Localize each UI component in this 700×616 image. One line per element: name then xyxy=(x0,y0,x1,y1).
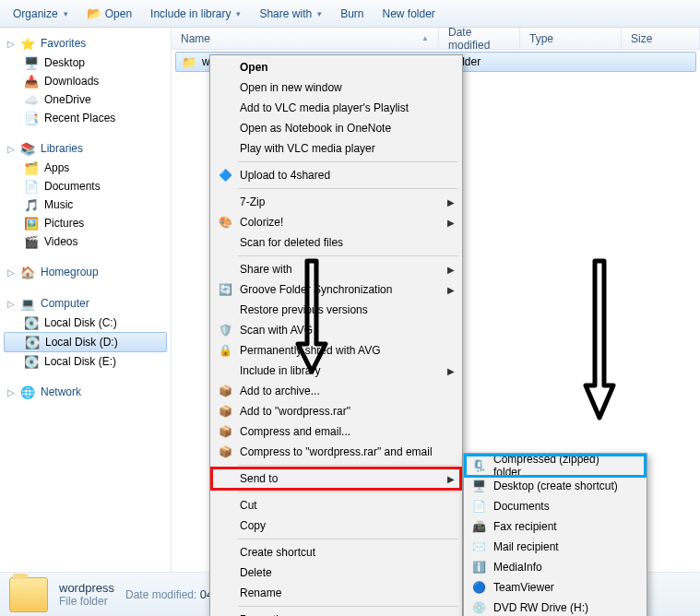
col-date-modified[interactable]: Date modified xyxy=(439,28,520,49)
videos-icon: 🎬 xyxy=(24,234,39,249)
include-in-library-button[interactable]: Include in library▾ xyxy=(143,6,248,22)
mi-send-to[interactable]: Send to▶ xyxy=(212,468,460,489)
mi-rename[interactable]: Rename xyxy=(212,583,460,603)
sidebar-item-music[interactable]: 🎵Music xyxy=(0,195,171,214)
fax-icon: 📠 xyxy=(471,519,486,534)
sidebar-item-desktop[interactable]: 🖥️Desktop xyxy=(0,53,171,72)
col-size[interactable]: Size xyxy=(622,28,700,49)
favorites-group[interactable]: ▷⭐Favorites xyxy=(0,31,171,53)
menu-separator xyxy=(238,161,458,162)
details-text: wordpress File folder xyxy=(59,581,114,608)
submenu-arrow-icon: ▶ xyxy=(447,366,455,376)
mi-send-teamviewer[interactable]: 🔵TeamViewer xyxy=(466,577,645,598)
menu-separator xyxy=(238,465,458,466)
sidebar-item-downloads[interactable]: 📥Downloads xyxy=(0,72,171,90)
folder-thumbnail-icon xyxy=(9,577,48,612)
sidebar-item-apps[interactable]: 🗂️Apps xyxy=(0,159,171,177)
mi-label: Add to VLC media player's Playlist xyxy=(240,101,409,114)
mi-onenote[interactable]: Open as Notebook in OneNote xyxy=(212,118,460,138)
mi-share-with[interactable]: Share with▶ xyxy=(212,259,460,279)
mi-upload-4shared[interactable]: 🔷Upload to 4shared xyxy=(212,165,460,185)
mi-open[interactable]: Open xyxy=(212,57,460,77)
mi-properties[interactable]: Properties xyxy=(212,610,460,616)
btn-label: Include in library xyxy=(150,7,231,20)
mi-copy[interactable]: Copy xyxy=(212,515,460,536)
burn-button[interactable]: Burn xyxy=(333,6,371,22)
mi-send-dvd[interactable]: 💿DVD RW Drive (H:) xyxy=(466,598,645,616)
mi-label: Documents xyxy=(493,500,550,513)
computer-group[interactable]: ▷💻Computer xyxy=(0,291,171,314)
network-group[interactable]: ▷🌐Network xyxy=(0,380,171,402)
mi-label: Scan for deleted files xyxy=(240,236,343,249)
mi-scan-deleted[interactable]: Scan for deleted files xyxy=(212,232,460,253)
homegroup-group[interactable]: ▷🏠Homegroup xyxy=(0,260,171,282)
context-menu: Open Open in new window Add to VLC media… xyxy=(209,54,463,616)
collapse-icon: ▷ xyxy=(7,387,15,397)
mi-add-rar[interactable]: 📦Add to "wordpress.rar" xyxy=(212,401,460,421)
col-type[interactable]: Type xyxy=(520,28,622,49)
dropdown-icon: ▾ xyxy=(317,9,322,18)
col-name[interactable]: Name▲ xyxy=(172,28,439,49)
mi-label: Cut xyxy=(240,499,257,512)
mi-add-archive[interactable]: 📦Add to archive... xyxy=(212,381,460,401)
mi-vlc-playlist[interactable]: Add to VLC media player's Playlist xyxy=(212,98,460,118)
mi-shred-avg[interactable]: 🔒Permanently shred with AVG xyxy=(212,340,460,361)
mi-label: DVD RW Drive (H:) xyxy=(493,601,588,614)
mi-groove[interactable]: 🔄Groove Folder Synchronization▶ xyxy=(212,279,460,300)
sidebar-item-recent[interactable]: 📑Recent Places xyxy=(0,109,171,127)
group-label: Homegroup xyxy=(41,266,99,278)
mi-include-library[interactable]: Include in library▶ xyxy=(212,361,460,381)
mi-cut[interactable]: Cut xyxy=(212,495,460,515)
item-label: OneDrive xyxy=(44,93,91,106)
group-label: Network xyxy=(41,385,81,398)
open-folder-icon: 📂 xyxy=(87,6,101,21)
mi-scan-avg[interactable]: 🛡️Scan with AVG xyxy=(212,320,460,340)
mi-label: Compress to "wordpress.rar" and email xyxy=(240,445,433,458)
mi-restore[interactable]: Restore previous versions xyxy=(212,300,460,320)
sidebar-item-onedrive[interactable]: ☁️OneDrive xyxy=(0,90,171,109)
sidebar-item-drive-c[interactable]: 💽Local Disk (C:) xyxy=(0,314,171,332)
collapse-icon: ▷ xyxy=(7,144,15,154)
mi-label: Colorize! xyxy=(240,216,283,229)
sidebar-item-drive-d[interactable]: 💽Local Disk (D:) xyxy=(4,332,167,352)
mi-vlc-play[interactable]: Play with VLC media player xyxy=(212,138,460,159)
winrar-icon: 📦 xyxy=(218,384,232,398)
mi-compressed-zipped[interactable]: 🗜️Compressed (zipped) folder xyxy=(466,456,645,476)
sidebar-item-videos[interactable]: 🎬Videos xyxy=(0,232,171,251)
sidebar-item-documents[interactable]: 📄Documents xyxy=(0,177,171,195)
mi-open-new-window[interactable]: Open in new window xyxy=(212,77,460,98)
mi-shortcut[interactable]: Create shortcut xyxy=(212,542,460,563)
mi-7zip[interactable]: 7-Zip▶ xyxy=(212,192,460,212)
mi-send-fax[interactable]: 📠Fax recipient xyxy=(466,516,645,537)
mi-compress-rar-email[interactable]: 📦Compress to "wordpress.rar" and email xyxy=(212,442,460,462)
share-with-button[interactable]: Share with▾ xyxy=(252,6,329,22)
mi-label: TeamViewer xyxy=(493,581,554,594)
submenu-arrow-icon: ▶ xyxy=(447,265,455,275)
group-label: Favorites xyxy=(41,37,86,50)
navigation-pane: ▷⭐Favorites 🖥️Desktop 📥Downloads ☁️OneDr… xyxy=(0,28,172,572)
mi-send-documents[interactable]: 📄Documents xyxy=(466,496,645,516)
star-icon: ⭐ xyxy=(20,36,35,51)
open-button[interactable]: 📂Open xyxy=(79,5,139,23)
organize-button[interactable]: Organize▾ xyxy=(6,6,76,22)
mi-label: MediaInfo xyxy=(493,561,542,574)
mi-label: Upload to 4shared xyxy=(240,169,330,182)
new-folder-button[interactable]: New folder xyxy=(375,6,443,22)
mi-delete[interactable]: Delete xyxy=(212,563,460,583)
mi-colorize[interactable]: 🎨Colorize!▶ xyxy=(212,212,460,232)
item-label: Documents xyxy=(44,180,101,193)
avg-icon: 🛡️ xyxy=(218,323,232,338)
menu-separator xyxy=(238,492,458,492)
mi-send-mediainfo[interactable]: ℹ️MediaInfo xyxy=(466,557,645,577)
libraries-group[interactable]: ▷📚Libraries xyxy=(0,136,171,159)
sidebar-item-pictures[interactable]: 🖼️Pictures xyxy=(0,214,171,232)
item-label: Videos xyxy=(44,235,77,248)
detail-name: wordpress xyxy=(59,581,114,595)
mi-compress-email[interactable]: 📦Compress and email... xyxy=(212,421,460,442)
mi-label: Fax recipient xyxy=(493,520,557,533)
toolbar: Organize▾ 📂Open Include in library▾ Shar… xyxy=(0,0,700,28)
mi-send-desktop[interactable]: 🖥️Desktop (create shortcut) xyxy=(466,476,645,496)
mi-send-mail[interactable]: ✉️Mail recipient xyxy=(466,537,645,557)
sidebar-item-drive-e[interactable]: 💽Local Disk (E:) xyxy=(0,352,171,371)
documents-icon: 📄 xyxy=(24,179,39,194)
